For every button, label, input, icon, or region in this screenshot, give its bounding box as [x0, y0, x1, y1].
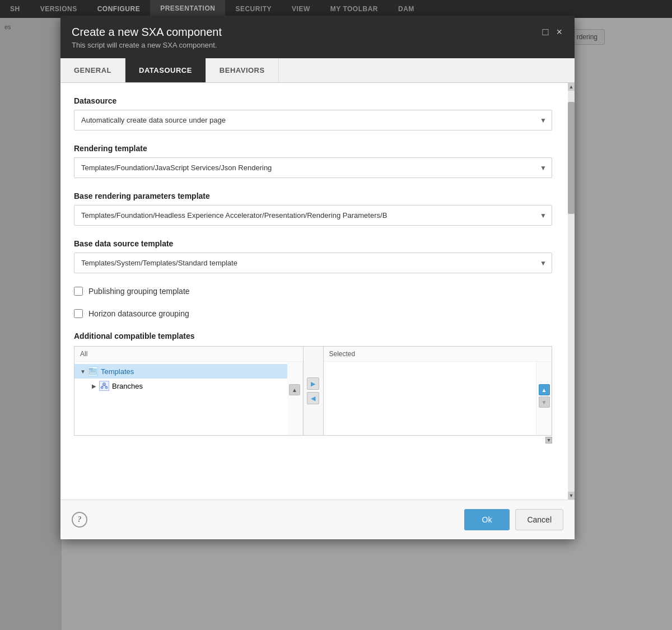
modal-header: Create a new SXA component This script w… — [60, 16, 575, 58]
move-left-button[interactable]: ◀ — [307, 392, 319, 404]
scroll-down-arrow[interactable]: ▼ — [568, 492, 575, 500]
svg-line-8 — [104, 386, 106, 387]
svg-rect-1 — [89, 368, 92, 370]
outer-scroll-down-button[interactable]: ▼ — [545, 437, 552, 444]
rendering-template-group: Rendering template Templates/Foundation/… — [74, 144, 552, 178]
right-scroll-down-button[interactable]: ▼ — [539, 396, 550, 408]
modal-dialog: Create a new SXA component This script w… — [60, 16, 575, 539]
right-scroll-up-button[interactable]: ▲ — [539, 384, 550, 395]
modal-body: Datasource Automatically create data sou… — [60, 83, 575, 500]
svg-point-4 — [103, 383, 106, 386]
dual-list-selected-header: Selected — [324, 347, 552, 362]
ok-button[interactable]: Ok — [464, 509, 510, 530]
tree-toggle-branches[interactable]: ▶ — [90, 382, 98, 390]
templates-folder-icon — [88, 366, 98, 376]
maximize-button[interactable]: □ — [542, 26, 550, 38]
tab-general[interactable]: GENERAL — [60, 58, 125, 82]
modal-tabs: GENERAL DATASOURCE BEHAVIORS — [60, 58, 575, 83]
tree-item-branches-label: Branches — [112, 382, 143, 390]
tree-item-templates[interactable]: ▼ Template — [74, 364, 287, 379]
base-rendering-params-group: Base rendering parameters template Templ… — [74, 192, 552, 226]
horizon-grouping-checkbox[interactable] — [74, 309, 83, 318]
base-datasource-select[interactable]: Templates/System/Templates/Standard temp… — [74, 253, 552, 273]
dual-list-all-header: All — [74, 347, 303, 362]
modal-header-actions: □ × — [542, 26, 563, 38]
tree-toggle-templates[interactable]: ▼ — [79, 367, 87, 375]
publishing-grouping-row: Publishing grouping template — [74, 287, 552, 296]
dual-list-controls: ▶ ◀ — [304, 347, 324, 435]
tree-item-templates-label: Templates — [101, 367, 134, 376]
additional-templates-section: Additional compatible templates All ▼ — [74, 332, 552, 444]
svg-line-7 — [102, 386, 104, 387]
base-rendering-params-select-wrapper: Templates/Foundation/Headless Experience… — [74, 205, 552, 226]
dual-list-content: ▼ Template — [74, 362, 287, 435]
additional-templates-title: Additional compatible templates — [74, 332, 552, 340]
modal-header-text: Create a new SXA component This script w… — [72, 26, 222, 49]
tab-datasource[interactable]: DATASOURCE — [125, 58, 206, 82]
publishing-grouping-label[interactable]: Publishing grouping template — [88, 287, 190, 296]
cancel-button[interactable]: Cancel — [515, 509, 563, 530]
horizon-grouping-label[interactable]: Horizon datasource grouping — [88, 309, 189, 318]
base-datasource-group: Base data source template Templates/Syst… — [74, 239, 552, 273]
svg-point-5 — [101, 386, 103, 389]
base-datasource-select-wrapper: Templates/System/Templates/Standard temp… — [74, 253, 552, 273]
left-scroll-arrows: ▲ — [287, 362, 303, 435]
modal-footer: ? Ok Cancel — [60, 500, 575, 539]
help-button[interactable]: ? — [72, 512, 87, 528]
scroll-thumb[interactable] — [568, 102, 575, 214]
rendering-template-label: Rendering template — [74, 144, 552, 153]
rendering-template-select[interactable]: Templates/Foundation/JavaScript Services… — [74, 157, 552, 178]
datasource-select-wrapper: Automatically create data source under p… — [74, 110, 552, 130]
modal-body-scrollbar[interactable]: ▲ ▼ — [568, 83, 575, 500]
right-scroll-arrows: ▲ ▼ — [536, 362, 552, 435]
modal-subtitle: This script will create a new SXA compon… — [72, 41, 222, 49]
left-scroll-up-button[interactable]: ▲ — [289, 384, 300, 395]
datasource-label: Datasource — [74, 96, 552, 105]
tab-behaviors[interactable]: BEHAVIORS — [206, 58, 279, 82]
footer-right: Ok Cancel — [464, 509, 563, 530]
datasource-select[interactable]: Automatically create data source under p… — [74, 110, 552, 130]
publishing-grouping-checkbox[interactable] — [74, 287, 83, 296]
svg-point-6 — [105, 386, 108, 389]
tree-item-branches[interactable]: ▶ — [74, 379, 287, 393]
horizon-grouping-row: Horizon datasource grouping — [74, 309, 552, 318]
branches-folder-icon — [99, 381, 109, 391]
scroll-up-arrow[interactable]: ▲ — [568, 83, 575, 91]
datasource-group: Datasource Automatically create data sou… — [74, 96, 552, 130]
rendering-template-select-wrapper: Templates/Foundation/JavaScript Services… — [74, 157, 552, 178]
modal-title: Create a new SXA component — [72, 26, 222, 39]
close-button[interactable]: × — [555, 26, 563, 38]
dual-list-left: All ▼ — [74, 347, 304, 435]
base-rendering-params-label: Base rendering parameters template — [74, 192, 552, 200]
move-right-button[interactable]: ▶ — [307, 377, 319, 390]
modal-body-scroll: Datasource Automatically create data sou… — [74, 96, 561, 500]
selected-items-list — [324, 362, 536, 435]
dual-list: All ▼ — [74, 346, 552, 436]
base-datasource-label: Base data source template — [74, 239, 552, 248]
dual-list-right: Selected ▲ ▼ — [324, 347, 552, 435]
footer-left: ? — [72, 512, 87, 528]
base-rendering-params-select[interactable]: Templates/Foundation/Headless Experience… — [74, 205, 552, 226]
